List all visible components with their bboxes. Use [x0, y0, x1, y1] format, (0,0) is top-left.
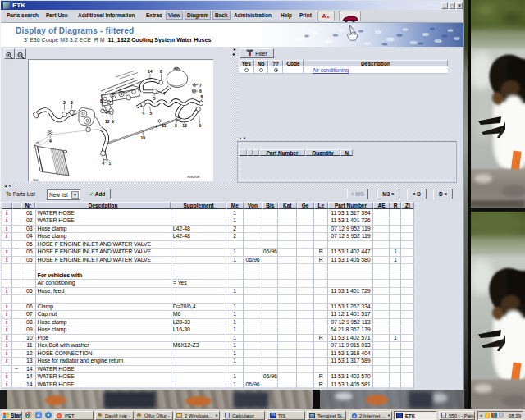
svg-text:9: 9 — [112, 119, 114, 124]
svg-text:8: 8 — [100, 98, 103, 103]
svg-text:4: 4 — [102, 161, 104, 166]
svg-text:300: 300 — [33, 179, 38, 182]
svg-text:4: 4 — [162, 91, 165, 96]
svg-text:5: 5 — [153, 96, 156, 101]
svg-text:4: 4 — [49, 139, 52, 144]
svg-text:9: 9 — [199, 123, 201, 128]
svg-text:3: 3 — [71, 100, 73, 105]
svg-text:1: 1 — [108, 161, 111, 166]
svg-text:968070B: 968070B — [187, 176, 200, 179]
svg-text:12: 12 — [105, 119, 110, 124]
svg-text:7: 7 — [199, 83, 202, 88]
svg-text:5: 5 — [149, 111, 152, 116]
svg-text:8: 8 — [175, 123, 177, 128]
svg-text:10: 10 — [141, 135, 146, 140]
svg-text:6: 6 — [199, 89, 202, 94]
svg-text:4: 4 — [143, 111, 145, 116]
svg-text:8: 8 — [160, 69, 162, 74]
svg-text:▲: ▲ — [154, 123, 158, 128]
svg-text:8: 8 — [201, 94, 203, 99]
svg-text:13: 13 — [182, 123, 187, 128]
svg-text:11: 11 — [162, 123, 167, 128]
svg-text:2: 2 — [63, 100, 66, 105]
svg-text:14: 14 — [148, 69, 153, 74]
